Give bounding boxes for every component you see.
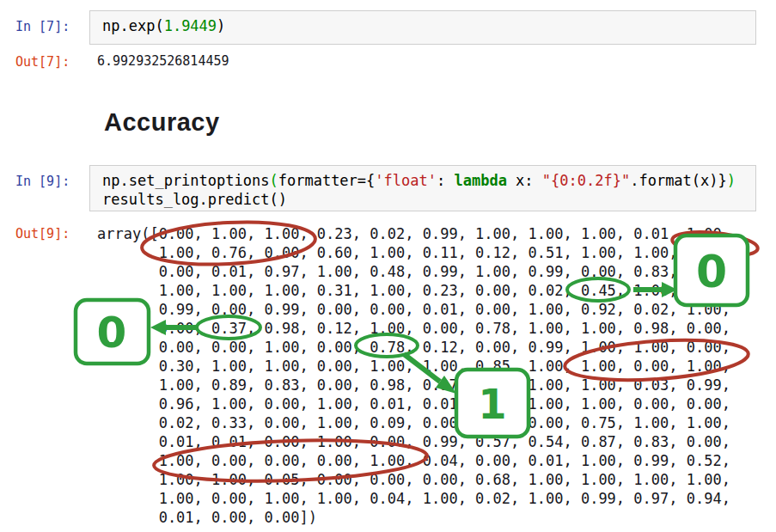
in9-code-cell[interactable]: np.set_printoptions(formatter={'float': … bbox=[89, 165, 756, 211]
in7-prompt: In [7]: bbox=[15, 18, 70, 35]
out7-prompt: Out[7]: bbox=[15, 53, 70, 70]
out7-value: 6.992932526814459 bbox=[97, 52, 229, 70]
accuracy-heading: Accuracy bbox=[104, 108, 220, 137]
in7-code-cell[interactable]: np.exp(1.9449) bbox=[89, 10, 756, 45]
array-output: array([0.00, 1.00, 1.00, 0.23, 0.02, 0.9… bbox=[97, 224, 730, 527]
in9-prompt: In [9]: bbox=[15, 173, 70, 190]
out9-prompt: Out[9]: bbox=[15, 225, 70, 242]
in9-code[interactable]: np.set_printoptions(formatter={'float': … bbox=[90, 166, 755, 214]
notebook-page: In [7]: np.exp(1.9449) Out[7]: 6.9929325… bbox=[0, 0, 776, 532]
in7-code[interactable]: np.exp(1.9449) bbox=[90, 11, 755, 40]
